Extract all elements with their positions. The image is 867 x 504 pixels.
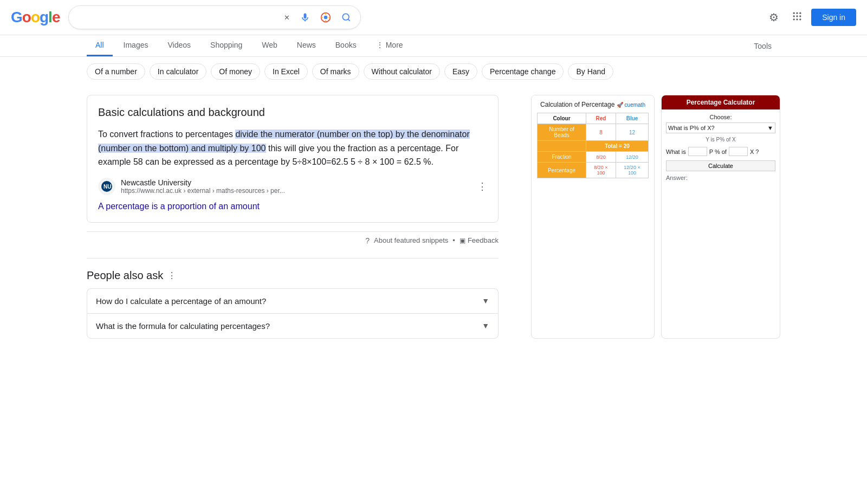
logo-l: l bbox=[48, 9, 52, 25]
pct-calc-select-value: What is P% of X? bbox=[668, 125, 715, 131]
voice-search-button[interactable] bbox=[297, 10, 313, 25]
tab-videos[interactable]: Videos bbox=[159, 35, 199, 56]
cuemath-fraction-red: 8/20 bbox=[586, 152, 616, 163]
pct-calc-header: Percentage Calculator bbox=[662, 95, 780, 109]
feedback-label: Feedback bbox=[468, 236, 499, 244]
tab-more[interactable]: ⋮ More bbox=[367, 35, 412, 56]
pct-calc-p-label: P % of bbox=[709, 148, 727, 155]
cuemath-beads-red: 8 bbox=[586, 124, 616, 141]
logo-o1: o bbox=[22, 9, 31, 25]
cuemath-row-beads-label: Number of Beads bbox=[538, 124, 586, 141]
snippet-link-text: A percentage is a proportion of an amoun… bbox=[98, 202, 260, 211]
paa-item-2[interactable]: What is the formula for calculating perc… bbox=[87, 313, 499, 339]
source-info: Newcastle University https://www.ncl.ac.… bbox=[121, 178, 472, 195]
source-name: Newcastle University bbox=[121, 178, 472, 187]
cuemath-header: Calculation of Percentage 🚀 cuemath bbox=[537, 101, 649, 108]
feedback-link[interactable]: ▣ Feedback bbox=[460, 236, 499, 244]
chip-of-marks[interactable]: Of marks bbox=[312, 63, 359, 80]
cuemath-col-red: Red bbox=[586, 113, 616, 124]
svg-point-1 bbox=[324, 16, 328, 20]
svg-point-8 bbox=[799, 15, 801, 17]
tab-news[interactable]: News bbox=[288, 35, 325, 56]
sign-in-button[interactable]: Sign in bbox=[811, 9, 856, 26]
nav-tabs: All Images Videos Shopping Web News Book… bbox=[0, 35, 867, 57]
header: Google how to calculate percentage ✕ bbox=[0, 0, 867, 35]
source-more-button[interactable]: ⋮ bbox=[477, 180, 487, 192]
chip-of-money[interactable]: Of money bbox=[211, 63, 260, 80]
lens-search-button[interactable] bbox=[318, 10, 333, 25]
feedback-icon: ▣ bbox=[460, 237, 465, 244]
logo-g: G bbox=[11, 9, 22, 25]
tab-all[interactable]: All bbox=[87, 35, 113, 56]
logo-g2: g bbox=[40, 9, 48, 25]
source-url: https://www.ncl.ac.uk › external › maths… bbox=[121, 187, 472, 195]
pct-calc-body: Choose: What is P% of X? ▼ Y is P% of X … bbox=[662, 109, 780, 185]
chip-in-excel[interactable]: In Excel bbox=[264, 63, 308, 80]
cuemath-total: Total = 20 bbox=[586, 141, 648, 152]
cuemath-fraction-blue: 12/20 bbox=[616, 152, 649, 163]
chip-by-hand[interactable]: By Hand bbox=[568, 63, 613, 80]
clear-search-button[interactable]: ✕ bbox=[282, 11, 292, 24]
cuemath-row-pct-label: Percentage bbox=[538, 163, 586, 178]
chip-percentage-change[interactable]: Percentage change bbox=[482, 63, 564, 80]
svg-point-6 bbox=[793, 15, 795, 17]
chip-without-calculator[interactable]: Without calculator bbox=[364, 63, 440, 80]
svg-point-2 bbox=[343, 14, 350, 20]
cuemath-title: Calculation of Percentage bbox=[540, 101, 614, 108]
search-input[interactable]: how to calculate percentage bbox=[75, 12, 276, 22]
question-icon: ? bbox=[365, 236, 370, 245]
svg-point-4 bbox=[797, 12, 798, 14]
cuemath-pct-blue: 12/20 × 100 bbox=[616, 163, 649, 178]
svg-point-9 bbox=[793, 18, 795, 20]
tab-web[interactable]: Web bbox=[253, 35, 286, 56]
logo-o2: o bbox=[31, 9, 40, 25]
paa-menu-button[interactable]: ⋮ bbox=[167, 270, 176, 281]
tab-shopping[interactable]: Shopping bbox=[202, 35, 251, 56]
chip-easy[interactable]: Easy bbox=[444, 63, 477, 80]
chip-of-a-number[interactable]: Of a number bbox=[87, 63, 145, 80]
cuemath-table: Colour Red Blue Number of Beads 8 12 Tot… bbox=[537, 113, 649, 178]
google-logo[interactable]: Google bbox=[11, 9, 60, 26]
pct-calc-select[interactable]: What is P% of X? ▼ bbox=[666, 122, 775, 133]
pct-calc-x-input[interactable] bbox=[729, 147, 748, 156]
logo-e: e bbox=[52, 9, 60, 25]
dropdown-arrow-icon: ▼ bbox=[767, 125, 773, 131]
snippet-text: To convert fractions to percentages divi… bbox=[98, 127, 487, 169]
paa-title: People also ask bbox=[87, 269, 163, 282]
pct-calc-title: Percentage Calculator bbox=[687, 99, 755, 106]
divider bbox=[87, 258, 499, 259]
google-apps-button[interactable] bbox=[787, 7, 807, 29]
chevron-down-icon-2: ▼ bbox=[482, 321, 489, 330]
people-also-ask: People also ask ⋮ How do I calculate a p… bbox=[87, 269, 499, 339]
separator-dot: • bbox=[452, 236, 455, 244]
tab-books[interactable]: Books bbox=[327, 35, 365, 56]
svg-point-3 bbox=[793, 12, 795, 14]
tools-button[interactable]: Tools bbox=[745, 36, 780, 56]
paa-list: How do I calculate a percentage of an am… bbox=[87, 288, 499, 339]
calculate-button[interactable]: Calculate bbox=[666, 160, 775, 171]
snippet-link[interactable]: A percentage is a proportion of an amoun… bbox=[98, 202, 487, 211]
pct-calc-answer: Answer: bbox=[666, 175, 775, 181]
cuemath-card: Calculation of Percentage 🚀 cuemath Colo… bbox=[531, 95, 655, 339]
about-featured-snippets-link[interactable]: About featured snippets bbox=[374, 236, 448, 244]
tab-images[interactable]: Images bbox=[115, 35, 157, 56]
left-column: Basic calculations and background To con… bbox=[87, 95, 499, 339]
svg-point-11 bbox=[799, 18, 801, 20]
cuemath-col-colour: Colour bbox=[538, 113, 586, 124]
settings-button[interactable]: ⚙ bbox=[765, 7, 783, 28]
filter-chips: Of a number In calculator Of money In Ex… bbox=[0, 57, 867, 86]
search-button[interactable] bbox=[339, 10, 354, 25]
pct-calc-choose-label: Choose: bbox=[666, 114, 775, 120]
chip-in-calculator[interactable]: In calculator bbox=[150, 63, 206, 80]
cuemath-pct-red: 8/20 × 100 bbox=[586, 163, 616, 178]
pct-calculator-card: Percentage Calculator Choose: What is P%… bbox=[661, 95, 780, 339]
source-logo: NU bbox=[98, 178, 115, 195]
cuemath-logo: 🚀 cuemath bbox=[617, 102, 645, 108]
cuemath-content: Calculation of Percentage 🚀 cuemath Colo… bbox=[532, 95, 654, 184]
pct-calc-inputs: What is P % of X ? bbox=[666, 147, 775, 156]
cuemath-beads-blue: 12 bbox=[616, 124, 649, 141]
pct-calc-p-input[interactable] bbox=[688, 147, 707, 156]
search-bar: how to calculate percentage ✕ bbox=[68, 5, 361, 29]
paa-item-1[interactable]: How do I calculate a percentage of an am… bbox=[87, 288, 499, 313]
paa-header: People also ask ⋮ bbox=[87, 269, 499, 282]
